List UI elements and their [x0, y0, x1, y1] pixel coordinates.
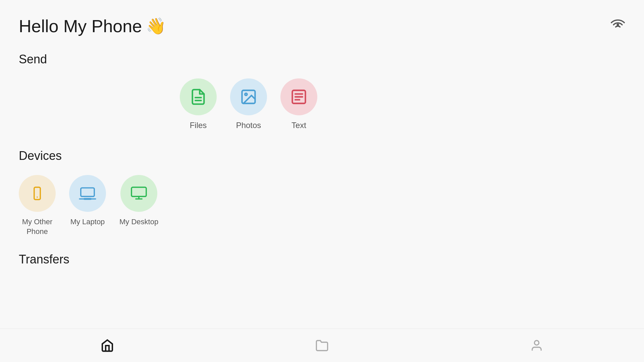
nav-profile[interactable]: [517, 336, 557, 355]
phone-icon: [30, 186, 45, 201]
file-icon: [190, 88, 207, 106]
desktop-label: My Desktop: [119, 217, 158, 227]
files-icon-circle: [180, 78, 217, 115]
svg-rect-14: [131, 187, 146, 197]
device-other-phone[interactable]: My OtherPhone: [19, 175, 56, 236]
svg-point-17: [534, 341, 539, 345]
send-items-list: Files Photos: [19, 78, 625, 130]
photos-label: Photos: [236, 121, 261, 130]
bottom-nav: [0, 328, 644, 362]
text-label: Text: [291, 121, 306, 130]
send-section-title: Send: [19, 52, 625, 66]
device-desktop[interactable]: My Desktop: [119, 175, 158, 227]
text-icon: [290, 88, 308, 106]
photos-icon-circle: [230, 78, 267, 115]
laptop-icon: [79, 186, 96, 201]
send-section: Send Files: [19, 52, 625, 130]
desktop-icon: [130, 186, 148, 201]
laptop-icon-circle: [69, 175, 106, 212]
other-phone-label: My OtherPhone: [22, 217, 52, 236]
folder-icon: [315, 339, 329, 352]
text-icon-circle: [280, 78, 317, 115]
home-icon: [101, 339, 114, 352]
title-text: Hello My Phone: [19, 16, 142, 36]
transfers-section-title: Transfers: [19, 252, 625, 266]
wave-emoji: 👋: [146, 17, 166, 36]
photo-icon: [240, 88, 257, 106]
send-photos-button[interactable]: Photos: [230, 78, 267, 130]
other-phone-icon-circle: [19, 175, 56, 212]
person-icon: [530, 339, 543, 352]
svg-rect-11: [81, 188, 94, 197]
send-text-button[interactable]: Text: [280, 78, 317, 130]
send-files-button[interactable]: Files: [180, 78, 217, 130]
devices-section: Devices My OtherPhone: [19, 149, 625, 236]
desktop-icon-circle: [120, 175, 157, 212]
wifi-signal-icon: [610, 17, 625, 32]
laptop-label: My Laptop: [70, 217, 105, 227]
files-label: Files: [190, 121, 207, 130]
devices-section-title: Devices: [19, 149, 625, 163]
svg-point-4: [245, 93, 247, 96]
transfers-section: Transfers: [19, 252, 625, 266]
nav-files[interactable]: [302, 336, 342, 355]
device-laptop[interactable]: My Laptop: [69, 175, 106, 227]
nav-home[interactable]: [87, 336, 127, 355]
page-title: Hello My Phone 👋: [19, 16, 625, 36]
svg-point-10: [37, 196, 38, 198]
wifi-icon[interactable]: [610, 17, 625, 34]
devices-list: My OtherPhone My Laptop: [19, 175, 625, 236]
